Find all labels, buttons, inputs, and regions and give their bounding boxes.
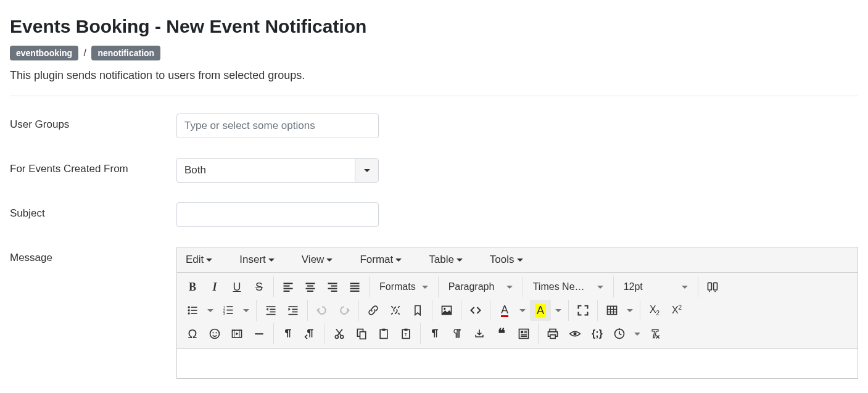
strikethrough-button[interactable]: S [249,276,270,297]
image-button[interactable] [436,300,457,321]
svg-rect-58 [521,331,523,333]
superscript-button[interactable]: X2 [666,300,687,321]
svg-rect-7 [307,291,313,292]
outdent-button[interactable] [260,300,281,321]
user-groups-input[interactable]: Type or select some options [176,114,379,138]
font-size-dropdown[interactable]: 12pt [618,276,694,297]
subscript-button[interactable]: X2 [644,300,665,321]
editor-toolbars: B I U S Formats Paragr [177,273,858,349]
anchor-button[interactable] [407,300,428,321]
svg-rect-57 [519,329,529,339]
blockquote-button[interactable]: ❝ [491,323,512,344]
chevron-down-icon[interactable] [355,159,378,182]
menu-tools[interactable]: Tools [484,251,529,268]
svg-point-20 [188,309,190,311]
background-color-dropdown[interactable] [552,300,564,321]
paste-text-button[interactable]: T [395,323,416,344]
menu-insert[interactable]: Insert [233,251,281,268]
subject-input[interactable] [176,202,379,227]
numbered-list-dropdown[interactable] [240,300,252,321]
svg-point-43 [215,332,217,333]
bullet-list-button[interactable] [182,300,203,321]
italic-button[interactable]: I [204,276,225,297]
special-char-button[interactable]: Ω [182,323,203,344]
media-button[interactable] [226,323,247,344]
align-right-button[interactable] [322,276,343,297]
menu-edit[interactable]: Edit [180,251,218,268]
template-button[interactable] [513,323,534,344]
text-color-dropdown[interactable] [516,300,529,321]
indent-button[interactable] [283,300,304,321]
svg-rect-25 [227,306,233,307]
cut-button[interactable] [329,323,350,344]
svg-rect-65 [550,335,555,339]
svg-rect-4 [306,283,315,284]
underline-button[interactable]: U [226,276,247,297]
row-subject: Subject [10,202,858,227]
menu-table[interactable]: Table [423,251,469,268]
nbsp-button[interactable] [469,323,490,344]
redo-button[interactable] [334,300,355,321]
ltr-button[interactable] [278,323,299,344]
text-color-button[interactable]: A [494,300,515,321]
show-invisibles-button[interactable] [424,323,445,344]
align-left-button[interactable] [278,276,299,297]
align-justify-button[interactable] [344,276,365,297]
svg-rect-40 [608,306,617,314]
background-color-button[interactable]: A [530,300,551,321]
copy-button[interactable] [351,323,372,344]
find-replace-button[interactable] [702,276,723,297]
svg-rect-13 [350,286,360,287]
row-message: Message Edit Insert View Format Table To… [10,247,858,379]
formats-dropdown[interactable]: Formats [373,276,434,297]
svg-point-41 [210,329,220,339]
menu-format[interactable]: Format [353,251,408,268]
insert-datetime-dropdown[interactable] [631,323,643,344]
codesample-button[interactable]: {;} [587,323,608,344]
unlink-button[interactable] [385,300,406,321]
paragraph-dropdown[interactable]: Paragraph [442,276,519,297]
insert-datetime-button[interactable] [609,323,630,344]
bold-button[interactable]: B [182,276,203,297]
events-created-from-select[interactable]: Both [176,158,379,183]
page-title: Events Booking - New Event Notification [10,16,858,37]
link-button[interactable] [363,300,384,321]
undo-button[interactable] [312,300,333,321]
fullscreen-button[interactable] [572,300,593,321]
svg-rect-9 [331,286,337,287]
label-subject: Subject [10,202,176,220]
svg-rect-60 [524,333,527,334]
bullet-list-dropdown[interactable] [204,300,217,321]
svg-rect-3 [284,291,290,292]
rich-text-editor: Edit Insert View Format Table Tools B I … [176,247,858,379]
editor-menubar: Edit Insert View Format Table Tools [177,247,858,273]
svg-rect-32 [270,312,275,313]
row-user-groups: User Groups Type or select some options [10,114,858,138]
svg-rect-11 [331,291,337,292]
horizontal-rule-button[interactable] [249,323,270,344]
paste-button[interactable] [373,323,394,344]
label-message: Message [10,247,176,264]
preview-button[interactable] [564,323,585,344]
numbered-list-button[interactable]: 123 [218,300,239,321]
rtl-button[interactable] [300,323,321,344]
toolbar-row-1: B I U S Formats Paragr [178,275,856,299]
table-dropdown[interactable] [624,300,636,321]
clear-formatting-button[interactable] [645,323,666,344]
editor-content-area[interactable] [177,349,858,378]
print-button[interactable] [542,323,563,344]
svg-rect-53 [382,329,386,331]
menu-view[interactable]: View [296,251,339,268]
emoji-button[interactable] [204,323,225,344]
svg-point-22 [188,312,190,314]
breadcrumb: eventbooking / nenotification [10,46,858,60]
font-family-dropdown[interactable]: Times Ne… [527,276,610,297]
svg-rect-6 [306,288,315,289]
svg-rect-61 [521,334,527,336]
table-button[interactable] [601,300,622,321]
plugin-description: This plugin sends notification to users … [10,69,858,82]
source-code-button[interactable] [465,300,486,321]
show-blocks-button[interactable] [447,323,468,344]
align-center-button[interactable] [300,276,321,297]
svg-rect-12 [350,283,360,284]
